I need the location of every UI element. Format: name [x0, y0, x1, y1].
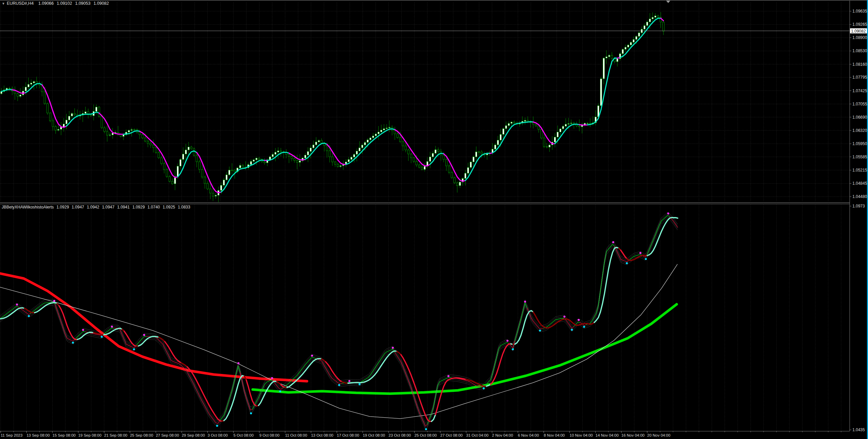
shift-marker-icon	[666, 1, 670, 3]
time-tick-label-1: 13 Sep 08:00	[26, 433, 50, 437]
price-axis: 1.096351.092651.089001.085301.081601.077…	[850, 9, 867, 432]
time-tick-label-7: 29 Sep 08:00	[182, 433, 205, 437]
price-tick-label-3: 1.08530	[852, 48, 867, 53]
ohlc-open: 1.09066	[38, 1, 54, 6]
price-tick-label-7: 1.07055	[852, 102, 867, 106]
time-tick-label-21: 8 Nov 04:00	[544, 433, 565, 437]
time-tick-label-17: 27 Oct 08:00	[440, 433, 463, 437]
price-tick-label-13: 1.04845	[852, 181, 867, 186]
symbol-period-label: EURUSD#,H4	[7, 1, 34, 6]
price-tick-label-11: 1.05585	[852, 155, 867, 159]
indicator-subwindow-plot	[0, 213, 678, 430]
time-tick-label-11: 11 Oct 08:00	[285, 433, 307, 437]
time-tick-label-10: 9 Oct 08:00	[259, 433, 279, 437]
axis-frame	[0, 0, 850, 431]
indicator-values: 1.09291.09471.09421.09471.09411.09291.07…	[57, 205, 193, 209]
mt4-chart-window: 1.096351.092651.089001.085301.081601.077…	[0, 0, 868, 439]
time-tick-label-23: 14 Nov 04:00	[596, 433, 619, 437]
price-tick-label-8: 1.06690	[852, 115, 867, 120]
indicator-value-5: 1.0929	[132, 205, 145, 209]
price-tick-label-5: 1.07795	[852, 75, 867, 80]
time-tick-label-8: 3 Oct 08:00	[208, 433, 228, 437]
chart-canvas[interactable]: 1.096351.092651.089001.085301.081601.077…	[0, 0, 868, 439]
indicator-value-2: 1.0942	[87, 205, 99, 209]
time-tick-label-13: 17 Oct 08:00	[337, 433, 359, 437]
price-tick-label-4: 1.08160	[852, 62, 867, 67]
indicator-value-3: 1.0947	[102, 205, 115, 209]
time-tick-label-3: 19 Sep 08:00	[78, 433, 101, 437]
price-tick-label-0: 1.09635	[852, 9, 867, 14]
price-tick-label-2: 1.08900	[852, 35, 867, 40]
moving-average	[1, 18, 663, 193]
sub-max-label: 1.0973	[852, 204, 865, 208]
time-tick-label-16: 25 Oct 08:00	[414, 433, 437, 437]
current-price-label: 1.09082	[851, 29, 866, 34]
sub-min-label: 1.0435	[852, 427, 865, 432]
price-tick-label-9: 1.06320	[852, 128, 867, 133]
time-tick-label-14: 19 Oct 08:00	[363, 433, 385, 437]
time-axis: 11 Sep 202313 Sep 08:0015 Sep 08:0019 Se…	[1, 431, 841, 437]
time-tick-label-5: 25 Sep 08:00	[130, 433, 153, 437]
window-top-border	[0, 0, 868, 1]
candles	[1, 12, 664, 202]
indicator-value-4: 1.0941	[117, 205, 130, 209]
indicator-header: JBBetyXHAWilkoshistoAlerts1.09291.09471.…	[2, 205, 196, 209]
price-tick-label-12: 1.05215	[852, 168, 867, 173]
ohlc-close: 1.09082	[94, 1, 109, 6]
indicator-value-7: 1.0925	[163, 205, 175, 209]
time-tick-label-19: 2 Nov 04:00	[492, 433, 513, 437]
chart-header: ▼EURUSD#,H41.090661.091021.090531.09082	[2, 1, 112, 6]
indicator-value-8: 1.0833	[178, 205, 190, 209]
indicator-value-6: 1.0740	[148, 205, 160, 209]
indicator-value-1: 1.0947	[72, 205, 84, 209]
time-tick-label-2: 15 Sep 08:00	[53, 433, 76, 437]
indicator-name-label: JBBetyXHAWilkoshistoAlerts	[2, 205, 54, 209]
price-tick-label-10: 1.05950	[852, 141, 867, 146]
grid	[0, 3, 850, 431]
time-tick-label-15: 23 Oct 08:00	[389, 433, 411, 437]
time-tick-label-4: 21 Sep 08:00	[104, 433, 127, 437]
current-price-box: 1.09082	[850, 28, 868, 34]
time-tick-label-20: 6 Nov 04:00	[518, 433, 539, 437]
time-tick-label-6: 27 Sep 08:00	[156, 433, 179, 437]
price-tick-label-14: 1.04480	[852, 194, 867, 199]
time-tick-label-9: 5 Oct 08:00	[233, 433, 253, 437]
ohlc-low: 1.09053	[75, 1, 90, 6]
price-tick-label-1: 1.09265	[852, 22, 867, 27]
time-tick-label-24: 16 Nov 04:00	[621, 433, 644, 437]
time-tick-label-18: 31 Oct 04:00	[466, 433, 488, 437]
time-tick-label-25: 20 Nov 04:00	[647, 433, 670, 437]
price-tick-label-6: 1.07425	[852, 88, 867, 93]
ohlc-high: 1.09102	[57, 1, 72, 6]
indicator-value-0: 1.0929	[57, 205, 69, 209]
time-tick-label-0: 11 Sep 2023	[1, 433, 22, 437]
time-tick-label-12: 13 Oct 08:00	[311, 433, 333, 437]
time-tick-label-22: 10 Nov 04:00	[570, 433, 593, 437]
chart-menu-icon[interactable]: ▼	[2, 2, 5, 5]
